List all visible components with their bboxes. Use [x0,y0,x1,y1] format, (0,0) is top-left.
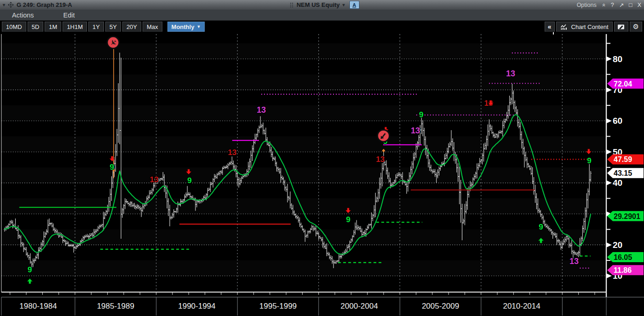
chart-content-button[interactable]: Chart Content [556,22,613,32]
svg-text:29.2901: 29.2901 [614,213,640,220]
svg-text:13: 13 [506,69,515,78]
price-chart-canvas[interactable]: 999999991313131313131313✈807060504030201… [0,32,644,316]
price-badge: 72.04 [607,79,644,89]
move-icon[interactable] [8,2,14,8]
security-ticker[interactable]: NEM US Equity [297,1,340,8]
svg-text:13: 13 [150,175,158,184]
collapse-panel-icon[interactable]: « [601,3,607,6]
descent-arrow-stamp-icon [378,130,390,142]
svg-text:20: 20 [613,240,622,250]
range-button-10md[interactable]: 10MD [2,22,26,32]
price-badge: 16.05 [607,252,644,262]
svg-text:1995-1999: 1995-1999 [259,302,297,310]
price-badge: 43.15 [607,168,644,178]
background-bands [1,43,606,276]
svg-text:13: 13 [257,105,266,115]
svg-text:80: 80 [613,54,622,64]
price-badge: 29.2901 [607,211,644,221]
svg-text:43.15: 43.15 [614,169,632,177]
svg-text:9: 9 [419,110,423,119]
svg-text:47.59: 47.59 [614,155,632,163]
options-menu[interactable]: Options [577,2,597,8]
range-button-max[interactable]: Max [143,22,162,32]
window-menu-caret-icon[interactable]: ▾ [3,2,5,7]
chart-area: 999999991313131313131313✈807060504030201… [0,32,644,316]
svg-text:9: 9 [346,215,350,224]
period-dropdown[interactable]: Monthly ▼ [167,22,205,32]
gear-icon: ⚙ [633,23,639,31]
svg-text:2010-2014: 2010-2014 [503,302,540,310]
help-icon[interactable]: ? [611,2,614,8]
svg-text:1985-1989: 1985-1989 [97,302,134,310]
range-button-20y[interactable]: 20Y [122,22,141,32]
line-and-bars-icon [560,24,568,30]
edit-note-button[interactable] [614,22,628,32]
x-axis: 1980-19841985-19891990-19941995-19992000… [1,292,644,316]
period-dropdown-label: Monthly [172,23,195,30]
edit-note-icon [617,24,625,30]
svg-text:13: 13 [376,155,385,164]
svg-text:9: 9 [587,156,591,165]
annotation-toggle-button[interactable]: A [350,1,359,9]
drag-grip-icon[interactable] [290,2,294,8]
price-badge: 47.59 [607,154,644,164]
svg-text:40: 40 [613,178,622,188]
window-title: G 249: Graph 219-A [17,1,72,8]
menu-edit[interactable]: Edit [57,11,81,19]
range-button-5y[interactable]: 5Y [105,22,121,32]
price-badge: 11.86 [607,265,644,275]
svg-text:9: 9 [28,265,32,274]
svg-text:72.04: 72.04 [614,80,632,88]
security-caret-icon[interactable]: ▾ [343,2,345,7]
menu-actions[interactable]: Actions [6,11,40,19]
svg-text:13: 13 [228,148,236,157]
plane-stamp-icon: ✈ [107,36,119,48]
range-button-1m[interactable]: 1M [45,22,61,32]
range-button-5d[interactable]: 5D [28,22,44,32]
chart-content-label: Chart Content [571,23,609,30]
range-button-1h1m[interactable]: 1H1M [63,22,87,32]
chevron-down-icon: ▼ [196,24,201,29]
svg-text:11.86: 11.86 [614,266,632,274]
svg-text:9: 9 [539,223,543,231]
popout-icon[interactable]: ↗ [619,1,624,8]
titlebar: ▾ G 249: Graph 219-A NEM US Equity ▾ A O… [0,0,644,10]
collapse-toolbar-button[interactable]: « [545,22,555,32]
menubar: Actions Edit [0,10,644,21]
range-button-1y[interactable]: 1Y [88,22,104,32]
settings-button[interactable]: ⚙ [630,22,642,32]
svg-text:2005-2009: 2005-2009 [422,302,459,310]
toolbar: 10MD 5D 1M 1H1M 1Y 5Y 20Y Max Monthly ▼ … [0,21,644,33]
svg-text:16.05: 16.05 [614,253,632,261]
close-icon[interactable]: X [638,2,641,8]
gridlines [1,34,606,292]
axes-frame [1,32,606,297]
svg-text:60: 60 [613,116,622,126]
svg-text:1980-1984: 1980-1984 [19,302,57,310]
bloomberg-chart-window: ▾ G 249: Graph 219-A NEM US Equity ▾ A O… [0,0,644,316]
maximize-icon[interactable]: □ [629,2,632,8]
svg-text:9: 9 [109,163,114,172]
svg-text:13: 13 [411,126,420,135]
svg-text:1990-1994: 1990-1994 [178,302,215,310]
svg-text:9: 9 [187,176,191,185]
svg-text:13: 13 [569,257,579,266]
svg-text:2000-2004: 2000-2004 [340,302,378,310]
